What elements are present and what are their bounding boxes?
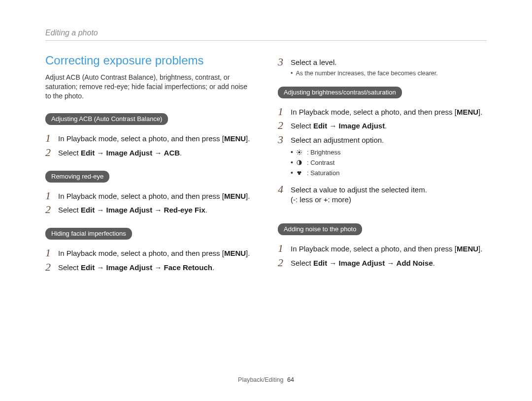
- arrow-icon: →: [154, 149, 162, 157]
- arrow-icon: →: [387, 259, 394, 267]
- label-add-noise: Add Noise: [397, 259, 433, 267]
- option-brightness: : Brightness: [307, 148, 341, 157]
- pill-redeye: Removing red-eye: [45, 171, 109, 183]
- step-number: 1: [45, 133, 53, 144]
- option-contrast: : Contrast: [307, 158, 334, 168]
- step-text: Select a value to adjust the selected it…: [291, 185, 427, 194]
- pill-bcs: Adjusting brightness/contrast/saturation: [278, 87, 402, 98]
- label-redeye-fix: Red-eye Fix: [164, 206, 205, 214]
- menu-key: MENU: [224, 249, 246, 257]
- step-number: 2: [45, 204, 53, 215]
- column-left: Correcting exposure problems Adjust ACB …: [45, 54, 252, 275]
- label-image-adjust: Image Adjust: [339, 122, 385, 130]
- saturation-icon: [296, 169, 303, 176]
- svg-line-8: [298, 154, 298, 154]
- step-text: Select an adjustment option.: [291, 136, 384, 144]
- pill-face: Hiding facial imperfections: [45, 228, 132, 240]
- pill-noise: Adding noise to the photo: [278, 223, 362, 235]
- label-image-adjust: Image Adjust: [106, 149, 153, 157]
- step-number: 4: [278, 184, 286, 195]
- step-row: 1 In Playback mode, select a photo, and …: [45, 247, 252, 258]
- step-number: 2: [45, 147, 53, 158]
- label-edit: Edit: [313, 259, 327, 267]
- label-select: Select: [58, 263, 79, 272]
- step-number: 3: [278, 57, 286, 67]
- option-saturation: : Saturation: [307, 168, 340, 178]
- label-select: Select: [58, 206, 79, 214]
- two-column-layout: Correcting exposure problems Adjust ACB …: [45, 54, 487, 275]
- step-text: In Playback mode, select a photo, and th…: [58, 134, 220, 143]
- step-text: Select a level.: [291, 58, 336, 66]
- step-text: In Playback mode, select a photo, and th…: [58, 249, 220, 257]
- svg-line-5: [298, 150, 298, 151]
- step-text: In Playback mode, select a photo, and th…: [291, 245, 453, 253]
- arrow-icon: →: [154, 263, 162, 272]
- brightness-icon: [296, 149, 303, 155]
- step-text-extra: (-: less or +: more): [291, 195, 351, 204]
- column-right: 3 Select a level. As the number increase…: [278, 54, 485, 275]
- step-body: Select Edit → Image Adjust → ACB.: [58, 147, 182, 158]
- label-image-adjust: Image Adjust: [106, 206, 153, 214]
- step-row: 2 Select Edit → Image Adjust → Add Noise…: [278, 257, 485, 268]
- step-body: In Playback mode, select a photo, and th…: [291, 243, 482, 254]
- label-edit: Edit: [81, 263, 95, 272]
- list-item: : Contrast: [291, 157, 485, 168]
- step-row: 1 In Playback mode, select a photo, and …: [45, 133, 252, 144]
- step-row: 1 In Playback mode, select a photo, and …: [45, 190, 252, 201]
- menu-key: MENU: [457, 245, 478, 253]
- arrow-icon: →: [97, 263, 104, 272]
- label-select: Select: [291, 122, 311, 130]
- menu-key: MENU: [224, 192, 246, 200]
- label-edit: Edit: [81, 149, 95, 157]
- page-number: 64: [287, 376, 294, 383]
- step-text: In Playback mode, select a photo, and th…: [58, 192, 220, 200]
- svg-line-7: [301, 150, 301, 151]
- step-body: Select Edit → Image Adjust.: [291, 120, 387, 131]
- note-text: As the number increases, the face become…: [296, 70, 437, 77]
- step-body: In Playback mode, select a photo, and th…: [58, 190, 250, 201]
- step-body: Select Edit → Image Adjust → Add Noise.: [291, 257, 435, 268]
- step-body: In Playback mode, select a photo, and th…: [291, 106, 482, 117]
- step-row: 3 Select an adjustment option.: [278, 134, 485, 145]
- label-select: Select: [291, 259, 311, 267]
- arrow-icon: →: [329, 259, 336, 267]
- label-image-adjust: Image Adjust: [339, 259, 385, 267]
- step-row: 1 In Playback mode, select a photo, and …: [278, 243, 485, 254]
- label-image-adjust: Image Adjust: [106, 263, 153, 272]
- menu-key: MENU: [224, 134, 246, 143]
- arrow-icon: →: [97, 206, 104, 214]
- section-heading: Correcting exposure problems: [45, 54, 252, 68]
- svg-point-12: [299, 173, 300, 175]
- label-edit: Edit: [313, 122, 327, 130]
- step-body: Select a value to adjust the selected it…: [291, 184, 427, 205]
- footer-section: Playback/Editing: [238, 376, 283, 383]
- step-body: Select a level.: [291, 57, 336, 67]
- step-note: As the number increases, the face become…: [291, 69, 485, 78]
- adjustment-options-list: : Brightness : Contrast : Saturation: [291, 147, 485, 178]
- step-number: 2: [278, 120, 286, 131]
- label-edit: Edit: [81, 206, 95, 214]
- menu-key: MENU: [457, 108, 478, 116]
- step-number: 2: [278, 257, 286, 268]
- list-item: : Brightness: [291, 147, 485, 157]
- arrow-icon: →: [154, 206, 162, 214]
- step-number: 1: [45, 190, 53, 201]
- label-face-retouch: Face Retouch: [164, 263, 212, 272]
- step-number: 1: [278, 106, 286, 117]
- step-row: 2 Select Edit → Image Adjust → ACB.: [45, 147, 252, 158]
- step-body: Select an adjustment option.: [291, 134, 384, 145]
- step-body: Select Edit → Image Adjust → Red-eye Fix…: [58, 204, 207, 215]
- arrow-icon: →: [329, 122, 336, 130]
- label-select: Select: [58, 149, 79, 157]
- step-number: 1: [278, 243, 286, 254]
- step-number: 3: [278, 134, 286, 145]
- section-intro: Adjust ACB (Auto Contrast Balance), brig…: [45, 73, 252, 101]
- step-row: 3 Select a level.: [278, 57, 485, 67]
- step-body: Select Edit → Image Adjust → Face Retouc…: [58, 262, 214, 273]
- bullet-icon: [291, 70, 296, 77]
- page-footer: Playback/Editing 64: [0, 376, 532, 383]
- step-row: 2 Select Edit → Image Adjust.: [278, 120, 485, 131]
- step-number: 2: [45, 262, 53, 273]
- step-body: In Playback mode, select a photo, and th…: [58, 133, 250, 144]
- step-row: 4 Select a value to adjust the selected …: [278, 184, 485, 205]
